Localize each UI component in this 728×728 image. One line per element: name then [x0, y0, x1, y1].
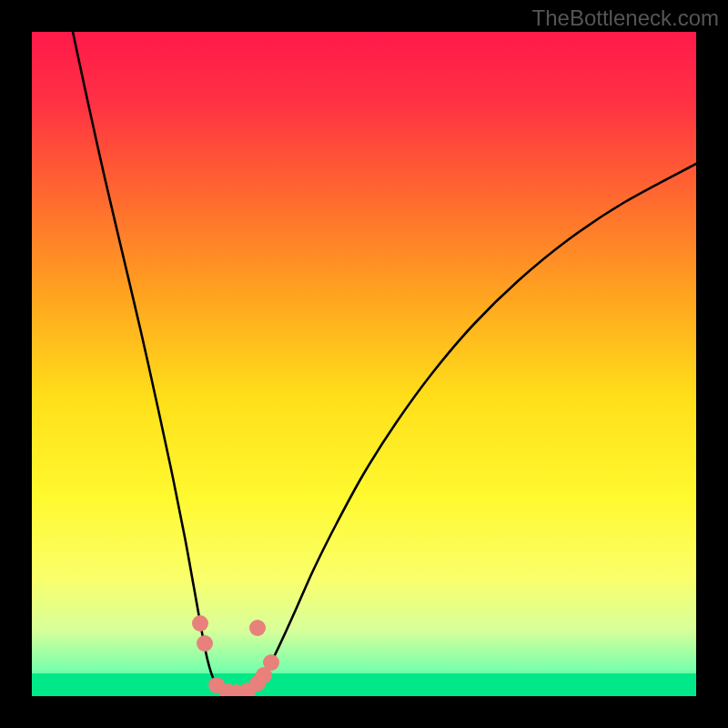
gradient-background [32, 32, 696, 696]
data-marker [197, 635, 213, 652]
optimal-band [32, 673, 696, 696]
plot-area [32, 32, 696, 696]
bottleneck-chart [32, 32, 696, 696]
data-marker [263, 654, 279, 671]
watermark-text: TheBottleneck.com [532, 5, 719, 31]
data-marker [192, 615, 208, 632]
outer-frame: TheBottleneck.com [0, 0, 728, 728]
data-marker [249, 620, 266, 636]
